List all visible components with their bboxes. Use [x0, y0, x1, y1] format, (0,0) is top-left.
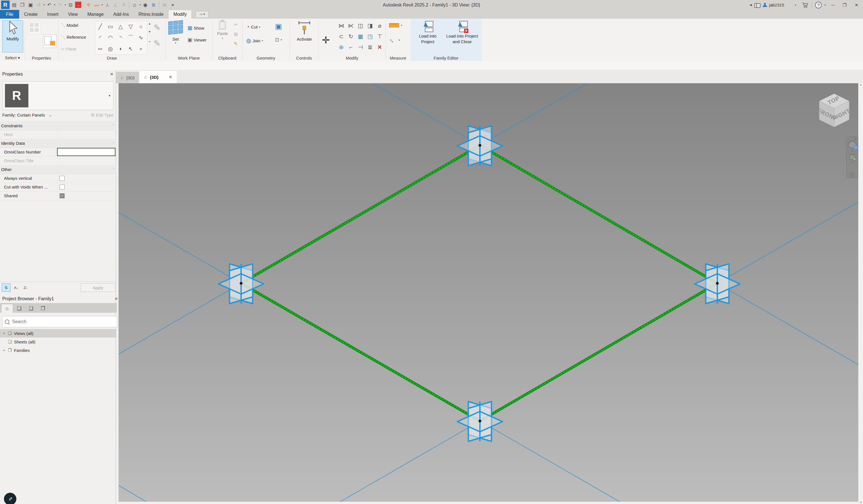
scale-icon[interactable]: ◳	[365, 31, 375, 42]
tree-item-sheets[interactable]: ❏ Sheets (all)	[0, 338, 116, 346]
section-icon[interactable]: ⟂	[104, 1, 111, 9]
set-workplane-button[interactable]: Set ▾	[168, 21, 183, 44]
tab-insert[interactable]: Insert	[42, 10, 63, 18]
tab-families[interactable]: ❐	[37, 304, 49, 313]
mirror-draw-axis-icon[interactable]: ⋉	[346, 20, 356, 31]
scroll-down-icon[interactable]: ▼	[860, 501, 862, 504]
expand-icon[interactable]: +	[2, 331, 5, 336]
draw-scroll-up-icon[interactable]: ▲	[148, 22, 151, 25]
undo-dropdown[interactable]: ▾	[54, 3, 55, 6]
tab-create[interactable]: Create	[19, 10, 42, 18]
type-selector[interactable]: R ▾	[2, 81, 113, 110]
arc-fillet-tool[interactable]: ◝	[115, 32, 126, 43]
mirror-pick-axis-icon[interactable]: ⋈	[337, 20, 346, 31]
restore-button[interactable]: ❐	[840, 0, 849, 10]
collapse-chevron-icon[interactable]: ˆ	[113, 168, 114, 171]
join-geometry-button[interactable]: ◍ Join ▾	[246, 37, 263, 44]
properties-close-icon[interactable]: ✕	[110, 72, 113, 77]
dimension-dropdown[interactable]: ▾	[399, 39, 400, 41]
measure-dropdown-2[interactable]: ▾	[401, 24, 402, 27]
properties-dialog-icon[interactable]: ▤	[11, 1, 18, 9]
signed-in-user[interactable]: jab2315	[769, 2, 784, 7]
panel-label-select[interactable]: Select ▾	[0, 55, 25, 60]
expand-icon[interactable]: +	[2, 348, 5, 352]
offset-icon[interactable]: ⊂	[337, 31, 346, 42]
type-selector-dropdown-icon[interactable]: ▾	[109, 94, 110, 98]
panel-label-measure[interactable]: Measure	[386, 55, 411, 60]
browser-search-box[interactable]	[2, 316, 117, 327]
trim-multiple-icon[interactable]: ≣	[365, 42, 375, 52]
undo-icon[interactable]: ↶	[46, 1, 53, 9]
tab-add-ins[interactable]: Add-Ins	[109, 10, 134, 18]
sync-dropdown[interactable]: ▾	[43, 3, 45, 6]
paste-button[interactable]: Paste ▾	[215, 21, 230, 40]
zoom-tool-icon[interactable]	[849, 155, 855, 160]
wheel-dropdown-icon[interactable]: ▾	[852, 150, 853, 152]
vertical-scrollbar[interactable]: ▲▼	[858, 83, 863, 504]
tab-manage[interactable]: Manage	[83, 10, 109, 18]
drawing-area[interactable]: TOP FRONT RIGHT ✕ ▾ ▾ ≡	[118, 83, 858, 504]
match-type-icon[interactable]: ✎	[232, 40, 239, 47]
move-icon[interactable]: ✛	[322, 35, 330, 46]
view-tab-close-icon[interactable]: ✕	[169, 75, 173, 79]
dimension-icon[interactable]: ∠	[112, 1, 119, 9]
spline-tool[interactable]: ∿	[136, 32, 146, 43]
zoom-dropdown-icon[interactable]: ▾	[852, 161, 853, 163]
always-vertical-checkbox[interactable]	[60, 176, 65, 181]
group-other[interactable]: Otherˆ	[0, 165, 116, 174]
pin-icon[interactable]: ✜	[85, 1, 92, 9]
sort-za-icon[interactable]: Z↓	[22, 284, 30, 291]
geometry-options-dropdown[interactable]: ▾	[280, 38, 282, 41]
inactive-views-icon[interactable]: ⊠	[161, 1, 168, 9]
cut-with-voids-checkbox[interactable]	[60, 185, 65, 190]
paste-dropdown[interactable]: ▾	[222, 37, 223, 40]
ellipse-tool[interactable]: ◎	[105, 43, 115, 54]
pick-lines-tool[interactable]: ↖	[126, 43, 136, 54]
load-into-project-button[interactable]: ▲ Load into Project	[413, 21, 443, 45]
delete-icon[interactable]: ✕	[375, 42, 385, 52]
group-constraints[interactable]: Constraintsˆ	[0, 121, 116, 130]
rotate-icon[interactable]: ↻	[346, 31, 356, 42]
split-element-icon[interactable]: ◫	[356, 20, 365, 31]
family-category-icon[interactable]	[43, 35, 57, 48]
tab-rhino-inside[interactable]: Rhino.Inside	[134, 10, 168, 18]
group-identity-data[interactable]: Identity Dataˆ	[0, 139, 116, 148]
redo-icon[interactable]: ↷	[56, 1, 63, 9]
modify-select-button[interactable]: Modify	[2, 20, 23, 52]
markup-pen-button[interactable]: ✎	[4, 493, 16, 504]
sort-az-icon[interactable]: A↓	[12, 284, 20, 291]
print-icon[interactable]: ⊟	[67, 1, 74, 9]
draw-scroll-down-icon[interactable]: ▼	[148, 30, 151, 33]
project-browser-close-icon[interactable]: ✕	[114, 296, 118, 301]
open-icon[interactable]: ❒	[18, 1, 26, 9]
circle-tool[interactable]: ○	[136, 21, 146, 32]
polygon-inscribed-tool[interactable]: △	[115, 21, 126, 32]
measure-icon[interactable]: ▬	[93, 1, 100, 9]
export-icon[interactable]: →	[75, 2, 81, 8]
cut-geometry-button[interactable]: ◔ Cut ▾	[246, 24, 260, 30]
navbar-close-icon[interactable]: ✕	[854, 138, 857, 141]
render-icon[interactable]: ◉	[142, 1, 149, 9]
redo-dropdown[interactable]: ▾	[65, 3, 66, 6]
family-filter-caret-icon[interactable]: ⌄	[49, 113, 52, 117]
panel-label-modify[interactable]: Modify	[318, 55, 386, 60]
apply-button[interactable]: Apply	[81, 283, 115, 292]
properties-header[interactable]: Properties ✕	[0, 70, 116, 78]
line-tool[interactable]: ╱	[95, 21, 105, 32]
aligned-dimension-button[interactable]: ↔ ▾	[389, 36, 400, 44]
collapse-chevron-icon[interactable]: ˆ	[113, 124, 114, 128]
panel-label-workplane[interactable]: Work Plane	[165, 55, 212, 60]
panel-label-draw[interactable]: Draw	[58, 55, 165, 60]
trim-single-icon[interactable]: ⊣	[356, 42, 365, 52]
draw-plane-button[interactable]: ▱ Plane	[61, 46, 76, 51]
tab-view[interactable]: View	[63, 10, 83, 18]
rectangle-tool[interactable]: ▭	[105, 21, 115, 32]
copy-element-icon[interactable]: ⊕	[337, 42, 346, 52]
text-icon[interactable]: A	[120, 1, 127, 9]
cut-dropdown[interactable]: ▾	[259, 26, 260, 28]
navigation-bar[interactable]: ✕ ▾ ▾ ≡	[846, 137, 858, 178]
revit-logo[interactable]: R	[1, 1, 10, 9]
spline-points-tool[interactable]: ∾	[95, 43, 105, 54]
partial-ellipse-tool[interactable]: ◗	[115, 43, 126, 54]
arc-tangent-tool[interactable]: ⌒	[126, 32, 136, 43]
